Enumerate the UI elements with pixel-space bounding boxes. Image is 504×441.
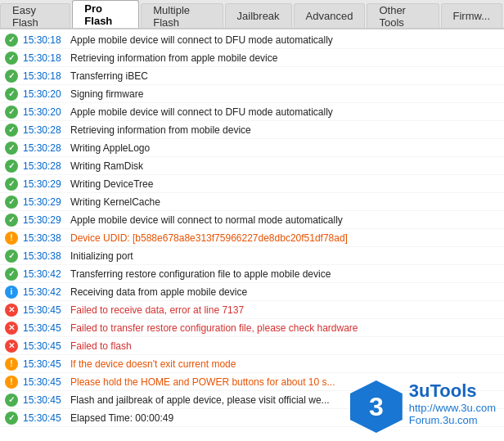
log-row: ✓15:30:28 Writing AppleLogo — [0, 139, 504, 157]
tab-other-tools[interactable]: Other Tools — [367, 3, 439, 28]
log-message: Writing KernelCache — [70, 196, 499, 208]
log-row: ✓15:30:18 Transferring iBEC — [0, 67, 504, 85]
log-row: i15:30:42 Receiving data from apple mobi… — [0, 283, 504, 301]
log-message: Flash and jailbreak of apple device, ple… — [70, 394, 499, 406]
error-icon: ✕ — [5, 340, 18, 353]
log-row: !15:30:38 Device UDID: [b588e678a8e313f7… — [0, 229, 504, 247]
log-message: Initializing port — [70, 250, 499, 262]
log-row: !15:30:45 If the device doesn't exit cur… — [0, 355, 504, 373]
log-time: 15:30:28 — [23, 124, 70, 136]
log-time: 15:30:45 — [23, 304, 70, 316]
success-icon: ✓ — [5, 34, 18, 47]
log-row: ✓15:30:42 Transferring restore configura… — [0, 265, 504, 283]
log-row: ✓15:30:20 Signing firmware — [0, 85, 504, 103]
log-time: 15:30:38 — [23, 232, 70, 244]
error-icon: ✕ — [5, 322, 18, 335]
log-time: 15:30:29 — [23, 214, 70, 226]
log-time: 15:30:18 — [23, 34, 70, 46]
log-time: 15:30:29 — [23, 178, 70, 190]
info-icon: i — [5, 286, 18, 299]
success-icon: ✓ — [5, 412, 18, 425]
success-icon: ✓ — [5, 142, 18, 155]
log-row: ✓15:30:45 Elapsed Time: 00:00:49 — [0, 409, 504, 427]
log-time: 15:30:18 — [23, 52, 70, 64]
success-icon: ✓ — [5, 106, 18, 119]
log-message: If the device doesn't exit current mode — [70, 358, 499, 370]
success-icon: ✓ — [5, 88, 18, 101]
log-message: Writing DeviceTree — [70, 178, 499, 190]
tab-bar: Easy FlashPro FlashMultiple FlashJailbre… — [0, 0, 504, 29]
log-message: Signing firmware — [70, 88, 499, 100]
success-icon: ✓ — [5, 268, 18, 281]
log-row: ✓15:30:45 Flash and jailbreak of apple d… — [0, 391, 504, 409]
log-time: 15:30:45 — [23, 322, 70, 334]
log-message: Retrieving information from apple mobile… — [70, 52, 499, 64]
log-row: ✕15:30:45 Failed to flash — [0, 337, 504, 355]
success-icon: ✓ — [5, 250, 18, 263]
log-message: Apple mobile device will connect to norm… — [70, 214, 499, 226]
success-icon: ✓ — [5, 394, 18, 407]
log-message: Apple mobile device will connect to DFU … — [70, 106, 499, 118]
log-area-wrapper: ✓15:30:18 Apple mobile device will conne… — [0, 29, 504, 441]
log-time: 15:30:42 — [23, 286, 70, 298]
log-message: Elapsed Time: 00:00:49 — [70, 412, 499, 424]
log-message: Transferring restore configuration file … — [70, 268, 499, 280]
log-time: 15:30:38 — [23, 250, 70, 262]
tab-firmware[interactable]: Firmw... — [441, 3, 503, 28]
log-message: Apple mobile device will connect to DFU … — [70, 34, 499, 46]
log-message: Failed to flash — [70, 340, 499, 352]
log-time: 15:30:29 — [23, 196, 70, 208]
log-row: ✓15:30:18 Retrieving information from ap… — [0, 49, 504, 67]
log-row: ✓15:30:29 Writing KernelCache — [0, 193, 504, 211]
tab-advanced[interactable]: Advanced — [294, 3, 366, 28]
tab-multiple-flash[interactable]: Multiple Flash — [141, 3, 223, 28]
log-row: !15:30:45 Please hold the HOME and POWER… — [0, 373, 504, 391]
log-message: Retrieving information from mobile devic… — [70, 124, 499, 136]
log-area[interactable]: ✓15:30:18 Apple mobile device will conne… — [0, 29, 504, 441]
log-time: 15:30:45 — [23, 394, 70, 406]
success-icon: ✓ — [5, 214, 18, 227]
log-row: ✓15:30:29 Writing DeviceTree — [0, 175, 504, 193]
log-message: Transferring iBEC — [70, 70, 499, 82]
log-message: Device UDID: [b588e678a8e313f75966227de8… — [70, 232, 499, 244]
log-message: Writing AppleLogo — [70, 142, 499, 154]
log-row: ✕15:30:45 Failed to receive data, error … — [0, 301, 504, 319]
log-row: ✓15:30:28 Retrieving information from mo… — [0, 121, 504, 139]
log-time: 15:30:45 — [23, 340, 70, 352]
log-time: 15:30:20 — [23, 106, 70, 118]
log-message: Writing RamDisk — [70, 160, 499, 172]
success-icon: ✓ — [5, 196, 18, 209]
log-row: ✓15:30:28 Writing RamDisk — [0, 157, 504, 175]
log-time: 15:30:45 — [23, 376, 70, 388]
log-time: 15:30:18 — [23, 70, 70, 82]
log-time: 15:30:28 — [23, 160, 70, 172]
tab-pro-flash[interactable]: Pro Flash — [72, 0, 139, 28]
success-icon: ✓ — [5, 124, 18, 137]
log-time: 15:30:45 — [23, 412, 70, 424]
success-icon: ✓ — [5, 160, 18, 173]
log-row: ✓15:30:29 Apple mobile device will conne… — [0, 211, 504, 229]
log-row: ✕15:30:45 Failed to transfer restore con… — [0, 319, 504, 337]
warning-icon: ! — [5, 376, 18, 389]
tab-jailbreak[interactable]: Jailbreak — [225, 3, 292, 28]
log-message: Receiving data from apple mobile device — [70, 286, 499, 298]
tab-easy-flash[interactable]: Easy Flash — [0, 3, 70, 28]
log-time: 15:30:28 — [23, 142, 70, 154]
success-icon: ✓ — [5, 178, 18, 191]
log-message: Please hold the HOME and POWER buttons f… — [70, 376, 499, 388]
warning-icon: ! — [5, 232, 18, 245]
log-message: Failed to receive data, error at line 71… — [70, 304, 499, 316]
log-row: ✓15:30:20 Apple mobile device will conne… — [0, 103, 504, 121]
success-icon: ✓ — [5, 70, 18, 83]
log-row: ✓15:30:18 Apple mobile device will conne… — [0, 31, 504, 49]
error-icon: ✕ — [5, 304, 18, 317]
log-time: 15:30:45 — [23, 358, 70, 370]
log-time: 15:30:20 — [23, 88, 70, 100]
success-icon: ✓ — [5, 52, 18, 65]
log-time: 15:30:42 — [23, 268, 70, 280]
warning-icon: ! — [5, 358, 18, 371]
log-message: Failed to transfer restore configuration… — [70, 322, 499, 334]
log-row: ✓15:30:38 Initializing port — [0, 247, 504, 265]
